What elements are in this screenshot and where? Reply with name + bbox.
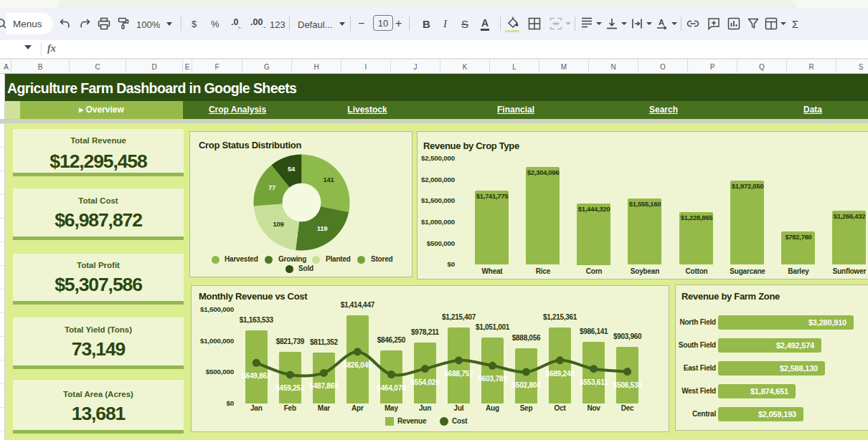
- svg-text:A: A: [659, 18, 664, 27]
